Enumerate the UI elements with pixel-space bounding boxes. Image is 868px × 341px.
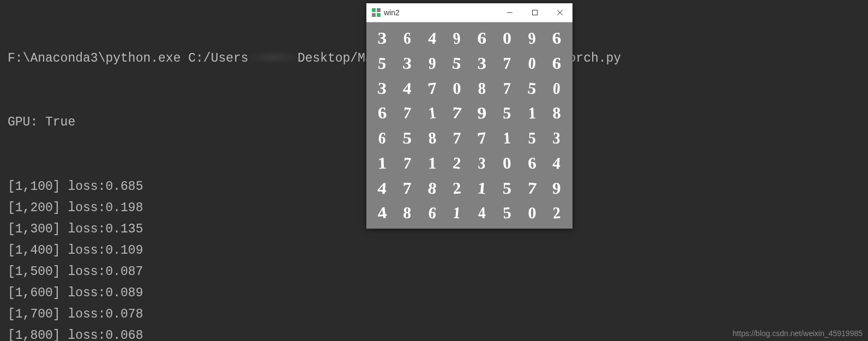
mnist-digit-cell: 8 [544,100,570,125]
svg-rect-2 [372,13,376,17]
mnist-digit-cell: 3 [545,125,569,151]
svg-rect-5 [533,10,538,15]
minimize-button[interactable] [497,3,522,22]
svg-rect-0 [372,8,376,12]
mnist-digit-cell: 7 [417,74,447,102]
svg-rect-1 [377,8,381,12]
mnist-digit-cell: 5 [493,175,521,200]
mnist-digit-cell: 5 [369,50,395,76]
mnist-digit-cell: 2 [544,200,569,226]
window-app-icon [372,8,381,17]
mnist-digit-cell: 6 [542,50,570,76]
mnist-digit-cell: 4 [471,200,494,226]
redacted-username [249,51,298,63]
window-titlebar[interactable]: win2 [366,3,572,22]
maximize-button[interactable] [522,3,547,22]
mnist-digit-cell: 6 [419,199,445,226]
mnist-digit-cell: 5 [442,49,472,77]
mnist-digit-cell: 8 [394,200,420,226]
mnist-digit-cell: 8 [418,174,447,202]
mnist-digit-cell: 4 [544,149,570,177]
mnist-digit-cell: 0 [444,75,470,100]
watermark-text: https://blog.csdn.net/weixin_45919985 [733,329,863,338]
mnist-digit-cell: 5 [493,199,520,226]
cmd-prefix: F:\Anaconda3\python.exe C:/Users [8,51,249,65]
close-button[interactable] [547,3,572,22]
mnist-grid: 3649609653953706347087506717951865877153… [370,26,569,225]
mnist-digit-cell: 1 [467,174,497,202]
loss-line: [1,600] loss:0.089 [8,283,860,304]
mnist-digit-cell: 0 [519,200,545,225]
mnist-digit-cell: 9 [421,51,443,76]
loss-line: [1,400] loss:0.109 [8,240,860,261]
mnist-digit-cell: 3 [468,50,496,75]
mnist-digit-cell: 3 [393,50,421,77]
mnist-digit-cell: 8 [419,124,445,151]
mnist-digit-cell: 0 [493,26,520,51]
mnist-digit-cell: 4 [366,199,397,227]
mnist-digit-cell: 0 [519,50,544,76]
mnist-digit-cell: 7 [395,99,420,126]
mnist-digit-cell: 0 [493,150,520,176]
window-content: 3649609653953706347087506717951865877153… [366,22,572,229]
svg-rect-3 [377,13,381,17]
mnist-digit-cell: 6 [518,149,545,176]
mnist-digit-cell: 8 [470,75,495,101]
mnist-digit-cell: 1 [444,200,469,226]
mnist-digit-cell: 7 [444,125,469,151]
mnist-digit-cell: 4 [419,25,445,51]
mnist-digit-cell: 1 [495,125,520,151]
mnist-digit-cell: 1 [520,100,544,126]
mnist-digit-cell: 7 [495,51,519,76]
mnist-digit-cell: 1 [419,151,445,176]
mnist-digit-cell: 9 [444,25,469,52]
mnist-digit-cell: 0 [545,75,569,101]
mnist-digit-cell: 6 [468,26,496,51]
mnist-digit-cell: 7 [517,174,546,201]
mnist-preview-window[interactable]: win2 36496096539537063470875067179518658… [366,3,572,229]
mnist-digit-cell: 6 [370,125,394,151]
mnist-digit-cell: 6 [542,25,571,51]
mnist-digit-cell: 3 [367,75,397,102]
window-title: win2 [384,8,405,17]
mnist-digit-cell: 7 [394,175,420,200]
mnist-digit-cell: 3 [469,149,494,176]
loss-line: [1,500] loss:0.087 [8,261,860,283]
mnist-digit-cell: 6 [396,26,419,51]
mnist-digit-cell: 9 [519,25,544,51]
mnist-digit-cell: 9 [467,100,497,126]
mnist-digit-cell: 7 [495,75,519,101]
mnist-digit-cell: 5 [495,100,520,125]
loss-line: [1,700] loss:0.078 [8,304,860,325]
mnist-digit-cell: 7 [467,124,497,152]
mnist-digit-cell: 3 [368,25,397,51]
mnist-digit-cell: 1 [367,150,397,176]
mnist-digit-cell: 9 [544,175,569,200]
mnist-digit-cell: 7 [395,149,420,176]
mnist-digit-cell: 6 [367,100,396,127]
mnist-digit-cell: 5 [520,125,544,151]
mnist-digit-cell: 5 [517,74,546,102]
mnist-digit-cell: 4 [393,75,420,101]
mnist-digit-cell: 5 [393,125,421,151]
mnist-digit-cell: 4 [367,174,397,201]
mnist-digit-cell: 2 [444,149,470,177]
